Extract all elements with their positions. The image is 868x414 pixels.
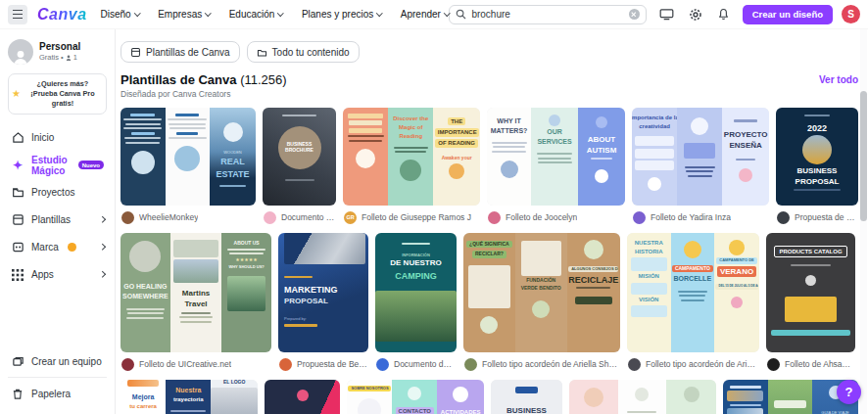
thumb-textline: [348, 135, 384, 137]
template-card-importance-of-reading[interactable]: Discover theMagic ofReadingTHEIMPORTANCE…: [343, 108, 480, 224]
template-attribution: Folleto de UICreative.net: [121, 357, 271, 371]
thumb-textline: [169, 137, 207, 139]
member-icon: [66, 55, 72, 61]
thumb-panel: Discover theMagic ofReading: [388, 108, 433, 206]
scrollbar-thumb[interactable]: [860, 91, 867, 221]
thumb-block: [631, 283, 667, 295]
canva-pro-promo-banner[interactable]: ★ ¿Quieres más? ¡Prueba Canva Pro gratis…: [8, 73, 107, 115]
template-card-campamento-verano[interactable]: NUESTRAHISTORIAMISIÓNVISIÓNCAMPAMENTOBOR…: [627, 233, 759, 371]
template-card-significa-reciclar[interactable]: ¿QUÉ SIGNIFICARECICLAR?FUNDACIÓNVERDE BE…: [463, 233, 620, 371]
thumb-textline: [282, 115, 316, 116]
help-button[interactable]: ?: [837, 380, 861, 404]
template-card-marketing-proposal[interactable]: MARKETINGPROPOSALPrepared by:Propuesta d…: [278, 233, 368, 371]
sidebar-item-apps[interactable]: Apps: [8, 261, 107, 289]
profile-section[interactable]: Personal Gratis • 1: [8, 39, 107, 65]
sidebar-item-papelera[interactable]: Papelera: [8, 381, 107, 406]
user-avatar[interactable]: S: [842, 5, 860, 23]
template-thumbnail[interactable]: CREATIVEPROPOSAL: [265, 380, 340, 414]
thumb-textline: [176, 132, 198, 135]
creator-avatar: [121, 211, 134, 224]
menu-diseno[interactable]: Diseño: [101, 9, 140, 20]
sidebar-item-crear-un-equipo[interactable]: Crear un equipo: [8, 348, 107, 374]
chip-plantillas-de-canva[interactable]: Plantillas de Canva: [121, 41, 240, 63]
template-thumbnail[interactable]: ¿QUÉ SIGNIFICARECICLAR?FUNDACIÓNVERDE BE…: [463, 233, 620, 352]
search-bar[interactable]: [449, 5, 646, 24]
menu-aprender[interactable]: Aprender: [401, 9, 450, 20]
template-card-vandiere[interactable]: VANDIERE: [569, 380, 716, 414]
thumb-panel: MartinsTravel: [170, 233, 221, 352]
sidebar-item-inicio[interactable]: Inicio: [8, 124, 107, 152]
template-card-products-catalog[interactable]: PRODUCTS CATALOGFolleto de AhsanjayaCo..…: [766, 233, 855, 371]
clear-search-icon[interactable]: [629, 9, 640, 20]
template-attribution: WheelieMonkey: [121, 210, 256, 224]
thumb-circle: [729, 240, 745, 255]
template-thumbnail[interactable]: SOBRE NOSOTROSCONTACTOACTIVIDADESINFANTI…: [347, 380, 484, 414]
settings-gear-icon[interactable]: [686, 5, 705, 24]
thumb-text: NUESTRA: [635, 240, 663, 247]
thumb-text: trayectoria: [173, 396, 204, 403]
thumb-circle: [358, 398, 381, 414]
template-thumbnail[interactable]: VANDIERE: [569, 380, 716, 414]
template-thumbnail[interactable]: 2022BUSINESSPROPOSAL: [776, 108, 858, 206]
thumb-panel: EL LOGO: [211, 380, 258, 414]
template-thumbnail[interactable]: MARKETINGPROPOSALPrepared by:: [278, 233, 368, 352]
template-card-business-proposal-gray[interactable]: BUSINESSPROPOSAL: [491, 380, 562, 414]
chip-todo-tu-contenido[interactable]: Todo tu contenido: [247, 41, 360, 63]
template-card-creative-proposal[interactable]: CREATIVEPROPOSAL: [265, 380, 340, 414]
template-thumbnail[interactable]: INFORMACIÓNDE NUESTROCAMPING: [375, 233, 457, 352]
template-thumbnail[interactable]: WHY ITMATTERS?OURSERVICESABOUTAUTISM: [487, 108, 625, 206]
search-input[interactable]: [471, 9, 623, 20]
thumb-circle: BUSINESS BROCHURE: [278, 126, 321, 169]
devices-icon[interactable]: [657, 5, 677, 24]
template-thumbnail[interactable]: Mejoratu carreraNuestratrayectoriaEL LOG…: [121, 380, 258, 414]
thumb-textline: [348, 114, 383, 118]
thumb-text: MATTERS?: [491, 127, 528, 135]
thumb-label: ALGUNOS CONSEJOS DE: [568, 266, 618, 273]
canva-logo[interactable]: Canva: [37, 6, 87, 23]
template-card-about-autism[interactable]: WHY ITMATTERS?OURSERVICESABOUTAUTISMFoll…: [487, 108, 625, 224]
template-thumbnail[interactable]: WOODENREALESTATE: [121, 108, 256, 206]
thumb-panel: 2022BUSINESSPROPOSAL: [776, 108, 858, 206]
thumb-circle: [400, 160, 421, 181]
template-card-corporate-trifold[interactable]: Mejoratu carreraNuestratrayectoriaEL LOG…: [121, 380, 258, 414]
sidebar-item-marca[interactable]: Marca: [8, 234, 107, 261]
template-thumbnail[interactable]: PRODUCTS CATALOG: [766, 233, 855, 352]
thumb-panel: MARKETINGPROPOSALPrepared by:: [278, 233, 368, 352]
thumb-panel: Nuestratrayectoria: [166, 380, 211, 414]
template-card-business-proposal-2022[interactable]: 2022BUSINESSPROPOSALPropuesta de oxinm..…: [776, 108, 858, 224]
template-thumbnail[interactable]: NUESTRAHISTORIAMISIÓNVISIÓNCAMPAMENTOBOR…: [627, 233, 759, 352]
template-card-business-brochure[interactable]: BUSINESS BROCHUREDocumento de Radi...: [263, 108, 336, 224]
sidebar-item-estudio-magico[interactable]: ✦ Estudio Mágico Nuevo: [8, 152, 107, 179]
template-card-real-estate[interactable]: WOODENREALESTATEWheelieMonkey: [121, 108, 256, 224]
template-card-actividades-infantiles[interactable]: SOBRE NOSOTROSCONTACTOACTIVIDADESINFANTI…: [347, 380, 484, 414]
template-grid: WOODENREALESTATEWheelieMonkeyBUSINESS BR…: [121, 108, 858, 414]
notifications-bell-icon[interactable]: [714, 5, 734, 24]
template-attribution: Propuesta de Berty Ima...: [278, 357, 368, 371]
create-design-button[interactable]: Crear un diseño: [743, 5, 833, 24]
thumb-circle: [223, 122, 243, 142]
thumb-circle: [731, 297, 743, 308]
hamburger-menu-icon[interactable]: [8, 5, 27, 24]
vertical-scrollbar[interactable]: [860, 29, 867, 414]
thumb-text: Magic of: [399, 124, 422, 131]
template-card-nuestro-camping[interactable]: INFORMACIÓNDE NUESTROCAMPINGDocumento de…: [375, 233, 457, 371]
sidebar-item-proyectos[interactable]: Proyectos: [8, 179, 107, 207]
template-card-proyecto-ensena[interactable]: Importancia de lacreatividadPROYECTOENSE…: [632, 108, 769, 224]
template-card-martins-travel[interactable]: GO HEALINGSOMEWHEREMartinsTravelABOUT US…: [121, 233, 271, 371]
thumb-text: RECICLAJE: [568, 275, 618, 285]
sidebar-item-plantillas[interactable]: Plantillas: [8, 207, 107, 234]
menu-educacion[interactable]: Educación: [229, 9, 283, 20]
menu-empresas[interactable]: Empresas: [158, 9, 211, 20]
thumb-textline: [130, 114, 155, 116]
thumb-panel: THEIMPORTANCEOF READINGAwaken your: [433, 108, 480, 206]
template-thumbnail[interactable]: Importancia de lacreatividadPROYECTOENSE…: [632, 108, 769, 206]
template-thumbnail[interactable]: Discover theMagic ofReadingTHEIMPORTANCE…: [343, 108, 480, 206]
template-thumbnail[interactable]: GO HEALINGSOMEWHEREMartinsTravelABOUT US…: [121, 233, 271, 352]
template-thumbnail[interactable]: BUSINESSPROPOSAL: [491, 380, 562, 414]
menu-planes-y-precios[interactable]: Planes y precios: [302, 9, 382, 20]
thumb-textline: [181, 312, 210, 314]
template-thumbnail[interactable]: BUSINESS BROCHURE: [263, 108, 336, 206]
thumb-circle: [131, 151, 155, 174]
creator-name: Documento de Radi...: [281, 212, 335, 222]
see-all-link[interactable]: Ver todo: [819, 74, 858, 85]
